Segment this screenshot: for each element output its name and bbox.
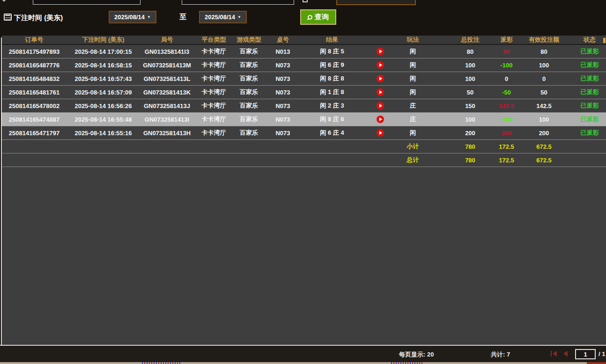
table-row[interactable]: 2508141654717972025-08-14 16:55:16GN0732…: [2, 126, 606, 140]
cell-totalbet: 780: [428, 143, 491, 150]
cell-validbet: 100: [522, 116, 566, 123]
cell-result: 闲 6 庄 9: [302, 61, 362, 69]
cell-round: GN0732581413K: [140, 89, 194, 96]
play-video-button[interactable]: [377, 116, 384, 123]
date-to-value: 2025/08/14: [205, 14, 235, 21]
clipped-checkbox-icon[interactable]: [303, 0, 308, 2]
grand-total-row: 总计780172.5672.5: [2, 153, 606, 167]
page-number-input[interactable]: [575, 349, 596, 359]
cell-round: GN0732581413I: [140, 116, 194, 123]
cell-totalbet: 80: [428, 48, 491, 55]
cell-order: 250814165481761: [2, 89, 67, 96]
cell-time: 2025-08-14 16:57:09: [67, 89, 140, 96]
cell-payout: -50: [491, 89, 522, 96]
column-header-status: 状态: [566, 36, 606, 44]
prev-page-icon: [563, 351, 568, 357]
play-video-button[interactable]: [377, 75, 384, 82]
cell-playtype: 闲: [398, 129, 428, 137]
cell-play: [362, 61, 398, 69]
prev-page-button[interactable]: [563, 351, 568, 357]
table-empty-area: [2, 167, 606, 345]
cell-tableno: N073: [264, 89, 302, 96]
cell-result: 闲 6 庄 4: [302, 129, 362, 137]
cell-order: 250814165484832: [2, 75, 67, 82]
calendar-icon: [4, 14, 12, 21]
column-header-result: 结果: [302, 36, 362, 44]
column-header-playtype: 玩法: [398, 36, 428, 44]
cell-status: 已派彩: [566, 102, 606, 110]
bet-records-table: 订单号下注时间 (美东)局号平台类型游戏类型桌号结果玩法总投注派彩有效投注额状态…: [2, 36, 606, 345]
cell-playtype: 总计: [398, 156, 428, 164]
column-header-round: 局号: [140, 36, 194, 44]
subtotal-row: 小计780172.5672.5: [2, 140, 606, 153]
cell-order: 250814175497893: [2, 48, 67, 55]
play-video-button[interactable]: [377, 102, 384, 109]
clipped-text-input-1[interactable]: [33, 0, 140, 5]
column-header-platform: 平台类型: [194, 36, 234, 44]
play-video-button[interactable]: [377, 88, 384, 96]
cell-payout: 0: [491, 75, 522, 82]
play-video-button[interactable]: [377, 61, 384, 69]
cell-order: 250814165487776: [2, 62, 67, 69]
play-video-button[interactable]: [377, 48, 384, 55]
background-window-sliver: [0, 362, 606, 364]
cell-totalbet: 100: [428, 116, 491, 123]
cell-payout: 80: [491, 48, 522, 55]
clipped-text-input-2[interactable]: [182, 0, 294, 5]
cell-playtype: 闲: [398, 88, 428, 96]
cell-result: 闲 8 庄 6: [302, 115, 362, 124]
first-page-bar: [551, 351, 552, 357]
cell-payout: 172.5: [491, 143, 522, 150]
play-video-button[interactable]: [377, 129, 384, 137]
cell-round: GN0732581413L: [140, 75, 194, 82]
per-page-label: 每页显示: 20: [399, 350, 434, 359]
table-row[interactable]: 2508141654877762025-08-14 16:58:15GN0732…: [2, 58, 606, 72]
cell-payout: 142.5: [491, 102, 522, 109]
cell-play: [362, 102, 398, 110]
cell-payout: 200: [491, 130, 522, 137]
play-icon: [379, 117, 382, 121]
play-icon: [379, 90, 382, 94]
cell-round: GN0732581413J: [140, 102, 194, 109]
play-icon: [379, 104, 382, 108]
play-icon: [379, 77, 382, 80]
cell-time: 2025-08-14 16:55:48: [67, 116, 140, 123]
cell-validbet: 80: [522, 48, 566, 55]
date-from-picker[interactable]: 2025/08/14 ▼: [109, 11, 156, 23]
table-row[interactable]: 2508141654817612025-08-14 16:57:09GN0732…: [2, 86, 606, 99]
cell-platform: 卡卡湾厅: [194, 129, 234, 137]
clipped-column-header: [603, 38, 606, 43]
filter-dropdown[interactable]: 1:全部 ▼: [336, 0, 416, 5]
cell-validbet: 672.5: [522, 157, 566, 164]
cell-game: 百家乐: [234, 88, 264, 96]
cell-tableno: N073: [264, 130, 302, 137]
table-row[interactable]: 2508141654748872025-08-14 16:55:48GN0732…: [2, 113, 606, 126]
play-icon: [379, 131, 382, 135]
cell-playtype: 小计: [398, 142, 428, 151]
cell-time: 2025-08-14 17:00:15: [67, 48, 140, 55]
table-row[interactable]: 2508141754978932025-08-14 17:00:15GN0132…: [2, 45, 606, 58]
table-row[interactable]: 2508141654848322025-08-14 16:57:43GN0732…: [2, 72, 606, 86]
cell-platform: 卡卡湾厅: [194, 61, 234, 69]
date-to-picker[interactable]: 2025/08/14 ▼: [199, 11, 247, 23]
cell-totalbet: 100: [428, 62, 491, 69]
background-red-fragment: [587, 362, 606, 364]
cell-totalbet: 50: [428, 89, 491, 96]
search-button[interactable]: 查询: [300, 9, 336, 25]
cell-tableno: N073: [264, 102, 302, 109]
cell-result: 闲 2 庄 3: [302, 102, 362, 110]
column-header-validbet: 有效投注额: [522, 36, 566, 44]
column-header-payout: 派彩: [491, 36, 522, 44]
date-from-value: 2025/08/14: [114, 14, 145, 21]
column-header-order: 订单号: [2, 36, 67, 44]
column-header-game: 游戏类型: [234, 36, 264, 44]
table-row[interactable]: 2508141654780022025-08-14 16:56:26GN0732…: [2, 99, 606, 113]
cell-play: [362, 88, 398, 96]
date-range-to-label: 至: [179, 13, 186, 22]
cell-status: 已派彩: [566, 61, 606, 69]
search-button-label: 查询: [315, 13, 329, 22]
cell-game: 百家乐: [234, 74, 264, 83]
cell-game: 百家乐: [234, 47, 264, 56]
first-page-button[interactable]: [551, 351, 557, 357]
column-header-tableno: 桌号: [264, 36, 302, 44]
